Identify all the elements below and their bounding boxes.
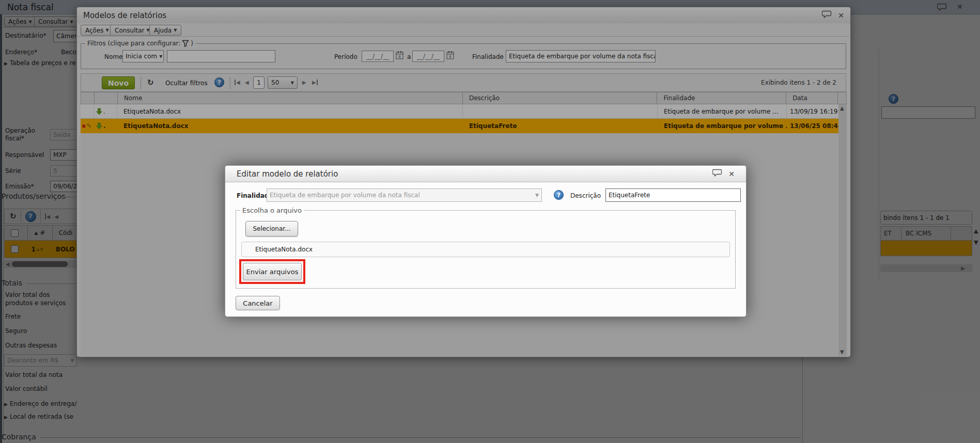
speech-bubble-icon: [712, 169, 722, 177]
selecionar-button[interactable]: Selecionar...: [245, 221, 298, 236]
chevron-down-icon: ▼: [535, 193, 539, 198]
modal-close-icon[interactable]: ✕: [728, 170, 735, 178]
screen: Nota fiscal ✕ Ações▼ Consultar▼ Destinat…: [0, 0, 980, 443]
enviar-arquivos-button[interactable]: Enviar arquivos: [243, 263, 302, 280]
modal-finalidade-select[interactable]: Etiqueta de embarque por volume da nota …: [267, 188, 542, 202]
cancelar-button[interactable]: Cancelar: [236, 296, 280, 310]
escolha-arquivo-legend: Escolha o arquivo: [240, 207, 304, 214]
modal-title: Editar modelo de relatório: [237, 169, 338, 179]
enviar-arquivos-highlight: Enviar arquivos: [239, 259, 305, 284]
modal-comment-icon[interactable]: [712, 169, 722, 179]
editar-modelo-modal: Editar modelo de relatório ✕ Finalidade …: [225, 165, 746, 317]
modal-descricao-input[interactable]: EtiquetaFrete: [605, 188, 741, 202]
escolha-arquivo-fieldset: Escolha o arquivo Selecionar... Etiqueta…: [236, 210, 736, 289]
modal-descricao-label: Descrição: [570, 192, 601, 199]
modal-titlebar: Editar modelo de relatório ✕: [225, 166, 746, 182]
uploaded-file-item[interactable]: EtiquetaNota.docx: [241, 242, 730, 257]
help-icon[interactable]: ?: [554, 190, 564, 200]
